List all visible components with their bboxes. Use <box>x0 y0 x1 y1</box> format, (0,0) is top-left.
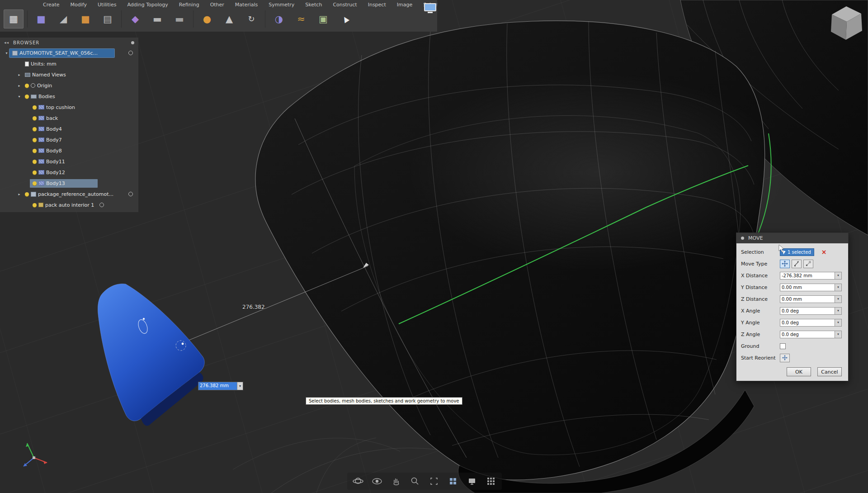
browser-item-body[interactable]: back <box>0 113 138 123</box>
dropdown-icon[interactable]: ▾ <box>835 319 842 327</box>
ok-button[interactable]: OK <box>787 367 811 376</box>
visibility-bulb-icon[interactable] <box>33 160 37 164</box>
link-badge-icon[interactable] <box>128 51 133 55</box>
visibility-bulb-icon[interactable] <box>25 192 29 196</box>
primitive-box-icon[interactable]: ■ <box>75 9 95 28</box>
menu-tab-adding-topology[interactable]: Adding Topology <box>127 2 168 8</box>
menu-tab-materials[interactable]: Materials <box>235 2 258 8</box>
grid-icon[interactable] <box>485 475 497 488</box>
crease-icon[interactable]: ◢ <box>53 9 73 28</box>
move-translate-icon[interactable] <box>792 260 802 268</box>
menu-tab-sketch[interactable]: Sketch <box>305 2 322 8</box>
display-icon[interactable] <box>424 3 436 13</box>
expand-arrow-icon[interactable]: ▸ <box>16 73 22 77</box>
zoom-icon[interactable] <box>409 475 421 488</box>
move-free-icon[interactable] <box>780 260 790 268</box>
merge-icon[interactable]: ◑ <box>269 9 289 28</box>
select-icon[interactable]: ▲ <box>332 6 359 33</box>
start-reorient-button[interactable] <box>780 354 790 362</box>
browser-item-bodies[interactable]: ▾ Bodies <box>0 91 138 102</box>
edit-form-icon[interactable]: ■ <box>31 9 51 28</box>
z-angle-input[interactable] <box>780 331 835 338</box>
y-distance-input[interactable] <box>780 284 835 291</box>
collapse-browser-icon[interactable]: ◂◂ <box>4 40 9 45</box>
menu-tab-create[interactable]: Create <box>43 2 60 8</box>
distance-value[interactable]: 276.382 mm <box>198 382 237 390</box>
browser-item-named-views[interactable]: ▸ Named Views <box>0 69 138 80</box>
link-badge-icon[interactable] <box>128 192 133 196</box>
dropdown-icon[interactable]: ▾ <box>835 284 842 291</box>
menu-tab-refining[interactable]: Refining <box>179 2 199 8</box>
dropdown-icon[interactable]: ▾ <box>835 295 842 303</box>
x-angle-input[interactable] <box>780 307 835 315</box>
blue-surface-patch[interactable] <box>98 284 204 426</box>
menu-tab-utilities[interactable]: Utilities <box>98 2 116 8</box>
browser-menu-icon[interactable] <box>131 41 134 44</box>
browser-item-body[interactable]: top cushion <box>0 102 138 113</box>
bend-icon[interactable]: ↻ <box>241 9 261 28</box>
image-icon[interactable]: ▣ <box>313 9 333 28</box>
lattice-box-icon[interactable]: ▦ <box>4 9 24 28</box>
visibility-bulb-icon[interactable] <box>33 105 37 109</box>
seat-cushion[interactable] <box>255 21 787 493</box>
expand-arrow-icon[interactable]: ▸ <box>16 84 22 88</box>
cancel-button[interactable]: Cancel <box>817 367 842 376</box>
browser-item-root[interactable]: ▾ AUTOMOTIVE_SEAT_WK_056c... <box>0 47 138 58</box>
menu-tab-symmetry[interactable]: Symmetry <box>269 2 294 8</box>
visibility-bulb-icon[interactable] <box>33 138 37 142</box>
visibility-bulb-icon[interactable] <box>33 181 37 185</box>
expand-arrow-icon[interactable]: ▸ <box>16 192 22 196</box>
visibility-bulb-icon[interactable] <box>33 203 37 207</box>
browser-item-body[interactable]: Body4 <box>0 123 138 134</box>
y-angle-input[interactable] <box>780 319 835 327</box>
z-distance-input[interactable] <box>780 295 835 303</box>
expand-arrow-icon[interactable]: ▾ <box>4 51 9 55</box>
x-distance-input[interactable] <box>780 272 835 280</box>
menu-tab-construct[interactable]: Construct <box>333 2 357 8</box>
expand-arrow-icon[interactable]: ▾ <box>16 95 22 99</box>
pan-icon[interactable] <box>390 475 402 488</box>
stitch-icon[interactable]: ≈ <box>291 9 311 28</box>
menu-tab-modify[interactable]: Modify <box>71 2 87 8</box>
dropdown-icon[interactable]: ▾ <box>835 272 842 280</box>
browser-item-body[interactable]: Body8 <box>0 145 138 156</box>
menu-tab-inspect[interactable]: Inspect <box>368 2 386 8</box>
selection-chip[interactable]: 1 selected <box>780 248 814 256</box>
link-badge-icon[interactable] <box>99 203 104 207</box>
visibility-bulb-icon[interactable] <box>33 149 37 153</box>
visibility-bulb-icon[interactable] <box>33 171 37 175</box>
cone-icon[interactable]: ▲ <box>219 9 239 28</box>
browser-item-body[interactable]: Body7 <box>0 134 138 145</box>
thicken-icon[interactable]: ▬ <box>147 9 167 28</box>
viewports-icon[interactable] <box>447 475 459 488</box>
face-icon[interactable]: ▤ <box>98 9 118 28</box>
visibility-bulb-icon[interactable] <box>33 127 37 131</box>
visibility-bulb-icon[interactable] <box>33 116 37 120</box>
browser-item-package-reference[interactable]: ▸ package_reference_automot... <box>0 189 138 199</box>
move-dialog-header[interactable]: MOVE <box>736 233 848 243</box>
browser-item-body-selected[interactable]: Body13 <box>0 178 138 189</box>
visibility-bulb-icon[interactable] <box>25 95 29 99</box>
browser-item-pack-auto-interior[interactable]: pack auto interior 1 <box>0 199 138 210</box>
menu-tab-other[interactable]: Other <box>210 2 224 8</box>
dropdown-icon[interactable]: ▾ <box>835 307 842 315</box>
look-at-icon[interactable] <box>371 475 383 488</box>
fit-icon[interactable] <box>428 475 440 488</box>
distance-input[interactable]: 276.382 mm ▾ <box>198 382 243 390</box>
browser-item-units[interactable]: Units: mm <box>0 58 138 69</box>
orbit-icon[interactable] <box>352 475 364 488</box>
distance-dropdown-icon[interactable]: ▾ <box>237 382 243 390</box>
display-settings-icon[interactable] <box>466 475 478 488</box>
visibility-bulb-icon[interactable] <box>25 84 29 88</box>
dropdown-icon[interactable]: ▾ <box>835 331 842 338</box>
move-point-icon[interactable] <box>803 260 813 268</box>
mirror-icon[interactable]: ◆ <box>125 9 145 28</box>
ground-checkbox[interactable] <box>780 343 786 349</box>
flatten-icon[interactable]: ▬ <box>170 9 189 28</box>
browser-item-origin[interactable]: ▸ Origin <box>0 80 138 91</box>
sphere-icon[interactable]: ● <box>197 9 217 28</box>
clear-selection-icon[interactable]: × <box>821 249 827 255</box>
menu-tab-image[interactable]: Image <box>397 2 412 8</box>
browser-item-body[interactable]: Body12 <box>0 167 138 178</box>
browser-item-body[interactable]: Body11 <box>0 156 138 167</box>
